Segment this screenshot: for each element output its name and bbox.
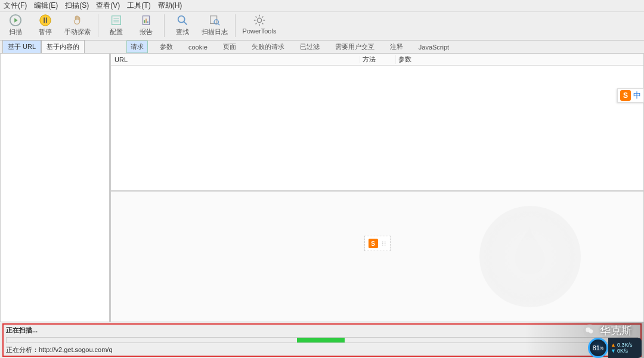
detail-placeholder: S ⁝⁝ (364, 236, 391, 251)
find-label: 查找 (176, 27, 189, 36)
detail-panel: S ⁝⁝ (110, 191, 644, 322)
scan-label: 扫描 (9, 27, 22, 36)
manual-label: 手动探索 (64, 27, 91, 36)
svg-line-23 (262, 23, 264, 24)
rtab-request[interactable]: 请求 (126, 41, 148, 53)
rtab-comment[interactable]: 注释 (386, 41, 407, 53)
main-area: URL 方法 参数 S ⁝⁝ (0, 54, 644, 322)
search-icon (175, 13, 190, 27)
find-button[interactable]: 查找 (169, 13, 196, 39)
svg-rect-9 (144, 20, 145, 23)
svg-rect-11 (147, 21, 148, 23)
sogou-small-icon: S (369, 239, 378, 248)
sogou-icon: S (620, 90, 631, 101)
config-label: 配置 (110, 27, 123, 36)
col-params[interactable]: 参数 (396, 55, 643, 64)
tree-panel[interactable] (0, 54, 110, 322)
svg-rect-2 (44, 17, 45, 23)
progress-fill (297, 338, 345, 342)
svg-line-13 (184, 21, 187, 25)
manual-explore-button[interactable]: 手动探索 (62, 13, 93, 39)
menu-tools[interactable]: 工具(T) (127, 1, 150, 11)
svg-point-17 (257, 18, 261, 22)
pause-label: 暂停 (39, 27, 52, 36)
pause-button[interactable]: 暂停 (32, 13, 58, 39)
status-line: 正在分析：http://v2.get.sogou.com/q (6, 345, 638, 354)
play-icon (8, 13, 23, 27)
wechat-icon (583, 324, 596, 337)
toolbar-separator-2 (164, 14, 165, 37)
placeholder-dots-icon: ⁝⁝ (382, 240, 386, 248)
status-box: 正在扫描... 正在分析：http://v2.get.sogou.com/q (2, 323, 642, 357)
powertools-button[interactable]: PowerTools (240, 13, 278, 39)
svg-line-22 (256, 17, 257, 18)
svg-rect-3 (46, 17, 47, 23)
powertools-label: PowerTools (243, 27, 277, 35)
report-label: 报告 (140, 27, 153, 36)
menu-view[interactable]: 查看(V) (96, 1, 120, 11)
col-url[interactable]: URL (111, 56, 360, 63)
arrow-down-icon: ▼ (611, 348, 616, 354)
flame-watermark-icon (479, 206, 581, 307)
rtab-failed[interactable]: 失败的请求 (248, 41, 288, 53)
log-search-icon (208, 13, 222, 27)
list-icon (109, 13, 123, 27)
rtab-page[interactable]: 页面 (219, 41, 240, 53)
ime-mode: 中 (633, 90, 641, 101)
speed-unit: % (600, 346, 603, 350)
toolbar: 扫描 暂停 手动探索 配置 报告 (0, 12, 644, 41)
menu-scan[interactable]: 扫描(S) (65, 1, 89, 11)
right-area: URL 方法 参数 S ⁝⁝ (110, 54, 644, 322)
speed-up: 0.3K/s (617, 342, 633, 348)
rtab-interact[interactable]: 需要用户交互 (332, 41, 378, 53)
arrow-up-icon: ▲ (611, 342, 616, 348)
rtab-javascript[interactable]: JavaScript (415, 42, 453, 52)
speed-down: 0K/s (617, 348, 628, 354)
speed-bars: ▲0.3K/s ▼0K/s (608, 338, 642, 358)
table-header: URL 方法 参数 (111, 54, 643, 66)
gear-icon (252, 13, 267, 27)
watermark-text: 华克斯 (600, 323, 632, 338)
table-body[interactable] (111, 66, 643, 190)
pause-icon (38, 13, 52, 27)
tab-content-based[interactable]: 基于内容的 (41, 40, 85, 53)
rtab-cookie[interactable]: cookie (185, 42, 211, 52)
tab-url-based[interactable]: 基于 URL (2, 40, 41, 53)
menu-help[interactable]: 帮助(H) (158, 1, 182, 11)
right-tabs: 请求 参数 cookie 页面 失败的请求 已过滤 需要用户交互 注释 Java… (110, 41, 644, 53)
config-button[interactable]: 配置 (103, 13, 129, 39)
svg-line-25 (262, 17, 264, 18)
progress-bar (6, 337, 638, 343)
hand-icon (70, 13, 85, 27)
scan-log-button[interactable]: 扫描日志 (199, 13, 230, 39)
menu-bar: 文件(F) 编辑(E) 扫描(S) 查看(V) 工具(T) 帮助(H) (0, 0, 644, 12)
tabs-row: 基于 URL 基于内容的 请求 参数 cookie 页面 失败的请求 已过滤 需… (0, 41, 644, 54)
svg-line-24 (256, 23, 257, 24)
svg-point-1 (40, 15, 51, 26)
col-method[interactable]: 方法 (360, 55, 396, 64)
toolbar-separator (98, 14, 98, 37)
scan-button[interactable]: 扫描 (2, 13, 29, 39)
status-title: 正在扫描... (6, 326, 638, 335)
rtab-filtered[interactable]: 已过滤 (296, 41, 323, 53)
scanlog-label: 扫描日志 (202, 27, 228, 36)
toolbar-separator-3 (235, 14, 236, 37)
svg-line-16 (218, 24, 220, 26)
svg-point-27 (589, 329, 593, 334)
left-tabs: 基于 URL 基于内容的 (0, 41, 110, 53)
speed-widget[interactable]: 81% ▲0.3K/s ▼0K/s (588, 338, 642, 358)
menu-file[interactable]: 文件(F) (4, 1, 27, 11)
svg-rect-10 (145, 18, 147, 23)
report-icon (139, 13, 153, 27)
watermark: 华克斯 (583, 323, 632, 338)
report-button[interactable]: 报告 (133, 13, 159, 39)
rtab-params[interactable]: 参数 (156, 41, 177, 53)
speed-percent: 81 (593, 344, 600, 351)
speed-dial: 81% (588, 338, 608, 358)
request-table: URL 方法 参数 (110, 54, 644, 191)
ime-indicator[interactable]: S 中 (617, 88, 644, 103)
menu-edit[interactable]: 编辑(E) (34, 1, 58, 11)
